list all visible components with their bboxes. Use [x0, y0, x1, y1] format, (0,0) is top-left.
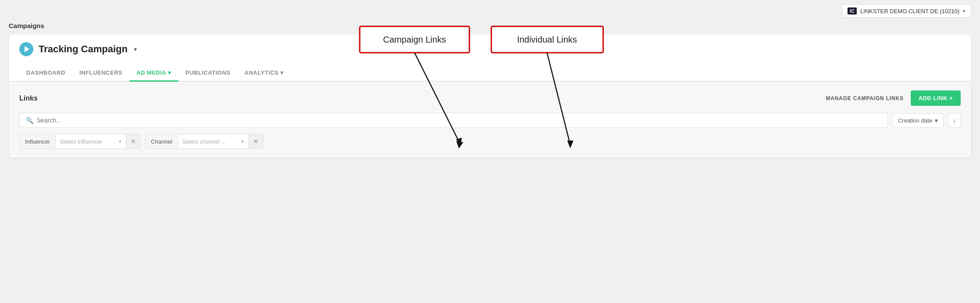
search-input[interactable] [37, 117, 881, 124]
influencer-filter-clear[interactable]: ✕ [126, 134, 140, 148]
search-row: 🔍 Creation date ▾ ↓ [19, 113, 961, 128]
main-card: Tracking Campaign ▾ DASHBOARD INFLUENCER… [9, 34, 971, 158]
influencer-filter-select[interactable]: Select influencer ▾ [56, 135, 126, 148]
client-selector[interactable]: IC LINKSTER DEMO CLIENT DE (10210) ▾ [842, 4, 971, 18]
links-section-title: Links [19, 94, 38, 102]
sort-order-button[interactable]: ↓ [948, 113, 961, 128]
sort-label: Creation date [898, 117, 932, 124]
channel-filter-label: Channel [146, 135, 178, 148]
analytics-chevron-icon: ▾ [280, 69, 284, 76]
campaign-play-icon[interactable] [19, 42, 33, 56]
ad-media-chevron-icon: ▾ [168, 69, 172, 76]
filter-row: Influencer Select influencer ▾ ✕ Channel… [19, 134, 961, 149]
channel-filter: Channel Select channel ... ▾ ✕ [145, 134, 263, 149]
campaign-header: Tracking Campaign ▾ [9, 34, 971, 56]
search-box: 🔍 [19, 113, 888, 128]
tab-dashboard[interactable]: DASHBOARD [19, 65, 72, 82]
tab-influencers[interactable]: INFLUENCERS [72, 65, 129, 82]
links-header: Links MANAGE CAMPAIGN LINKS ADD LINK + [19, 90, 961, 106]
search-icon: 🔍 [26, 117, 33, 124]
links-actions: MANAGE CAMPAIGN LINKS ADD LINK + [826, 90, 961, 106]
client-chevron-icon: ▾ [963, 8, 966, 14]
influencer-filter: Influencer Select influencer ▾ ✕ [19, 134, 141, 149]
sort-order-icon: ↓ [953, 117, 956, 124]
tab-publications[interactable]: PUBLICATIONS [179, 65, 238, 82]
campaign-name: Tracking Campaign [39, 43, 128, 55]
tab-ad-media[interactable]: AD MEDIA ▾ [129, 65, 179, 82]
influencer-chevron-icon: ▾ [119, 139, 122, 144]
channel-filter-clear[interactable]: ✕ [248, 134, 263, 148]
sort-dropdown[interactable]: Creation date ▾ [892, 113, 944, 128]
influencer-filter-placeholder: Select influencer [60, 138, 116, 145]
client-name: LINKSTER DEMO CLIENT DE (10210) [860, 8, 959, 14]
campaign-dropdown-icon[interactable]: ▾ [134, 46, 137, 53]
channel-filter-select[interactable]: Select channel ... ▾ [178, 135, 248, 148]
links-section: Links MANAGE CAMPAIGN LINKS ADD LINK + 🔍… [9, 82, 971, 158]
manage-campaign-links-button[interactable]: MANAGE CAMPAIGN LINKS [826, 95, 903, 101]
page-title: Campaigns [9, 22, 44, 29]
influencer-filter-label: Influencer [20, 135, 56, 148]
sort-chevron-icon: ▾ [935, 117, 938, 124]
tabs-bar: DASHBOARD INFLUENCERS AD MEDIA ▾ PUBLICA… [9, 60, 971, 82]
channel-chevron-icon: ▾ [241, 139, 244, 144]
client-logo-icon: IC [848, 7, 857, 14]
add-link-button[interactable]: ADD LINK + [911, 90, 961, 106]
tab-analytics[interactable]: ANALYTICS ▾ [237, 65, 290, 82]
channel-filter-placeholder: Select channel ... [182, 138, 239, 145]
